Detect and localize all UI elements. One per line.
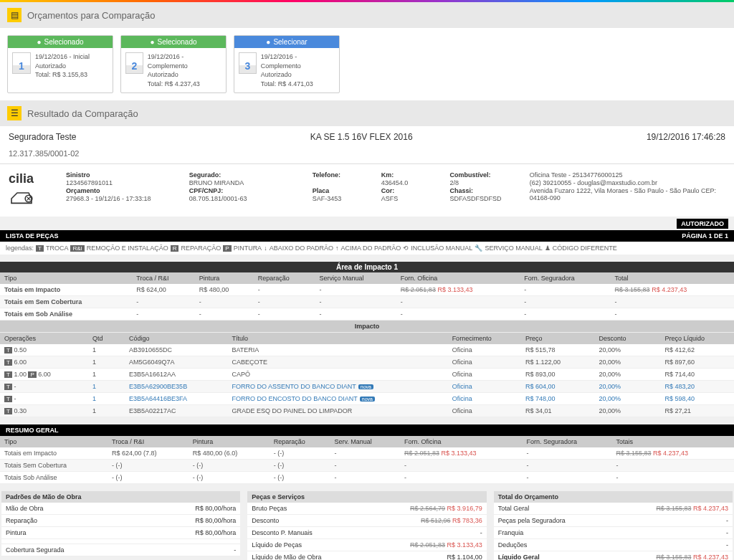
- oficina-name: Oficina Teste - 25134776000125: [530, 171, 725, 179]
- person-icon: ♟: [545, 245, 550, 252]
- box-row: ReparaçãoR$ 80,00/hora: [1, 515, 240, 527]
- telefone-label: Telefone:: [313, 171, 367, 179]
- segurado-label: Segurado:: [189, 171, 298, 179]
- document-icon: ▤: [7, 8, 22, 22]
- box-pecas-servicos: Peças e Serviços Bruto PeçasR$ 2.564,79 …: [247, 491, 486, 560]
- status-badge: AUTORIZADO: [677, 219, 728, 229]
- resumo-row: Totais em ImpactoR$ 624,00 (7.8)R$ 480,0…: [0, 447, 734, 460]
- box-row: [1, 539, 240, 544]
- budget-card[interactable]: ● Selecionado 2 19/12/2016 - Complemento…: [120, 35, 227, 93]
- cpf-label: CPF/CNPJ:: [189, 187, 298, 194]
- box-row: Cobertura Segurada-: [1, 544, 240, 556]
- lista-pecas-bar: LISTA DE PEÇAS PÁGINA 1 DE 1: [0, 230, 734, 242]
- budget-cards: ● Selecionado 1 19/12/2016 - InicialAuto…: [0, 28, 734, 100]
- box-row: Total GeralR$ 3.155,83 R$ 4.237,43: [494, 503, 733, 515]
- resumo-table: TipoTroca / R&IPinturaReparaçãoServ. Man…: [0, 436, 734, 484]
- detail-row: T 0.301E3B5A02217AC GRADE ESQ DO PAINEL …: [0, 405, 734, 417]
- detail-row: T -1E3B5A62900BE35B FORRO DO ASSENTO DO …: [0, 381, 734, 393]
- combustivel-label: Combustível:: [450, 171, 515, 179]
- detail-row: T 0.501AB3910655DC BATERIAOficina R$ 515…: [0, 344, 734, 356]
- doc-number: 12.317.385/0001-02: [0, 148, 734, 164]
- cpf-value: 08.705.181/0001-63: [189, 195, 298, 202]
- arrow-down-icon: ↓: [264, 245, 267, 252]
- km-label: Km:: [381, 171, 436, 179]
- box-row: Líquido GeralR$ 3.155,83 R$ 4.237,43: [494, 551, 733, 560]
- seguradora-name: Seguradora Teste: [9, 132, 77, 142]
- legend-ri-icon: R&I: [70, 245, 84, 252]
- legend-p-icon: P: [223, 245, 231, 252]
- box-row: Franquia-: [494, 527, 733, 539]
- orcamento-value: 27968.3 - 19/12/16 - 17:33:18: [66, 195, 175, 202]
- placa-label: Placa: [313, 187, 367, 194]
- area-impacto-title: Área de Impacto 1: [0, 262, 734, 272]
- card-number: 2: [125, 52, 143, 74]
- company-row: Seguradora Teste KA SE 1.5 16V FLEX 2016…: [0, 126, 734, 148]
- orcamento-label: Orçamento: [66, 187, 175, 194]
- resumo-row: Totais Sem Cobertura- (-)- (-)- (-)- - -…: [0, 460, 734, 472]
- summary-boxes: Padrões de Mão de Obra Mão de ObraR$ 80,…: [0, 491, 734, 560]
- report-datetime: 19/12/2016 17:46:28: [647, 132, 725, 142]
- detail-row: T -1E3B5A64416BE3FA FORRO DO ENCOSTO DO …: [0, 393, 734, 405]
- legend-row: legendas: TTROCA R&IREMOÇÃO E INSTALAÇÃO…: [0, 242, 734, 255]
- legend-label: legendas:: [6, 245, 34, 252]
- info-grid: cilia Sinistro 1234567891011 Orçamento 2…: [0, 164, 734, 217]
- chassi-value: SDFASDFSDFSD: [450, 195, 515, 202]
- cor-value: ASFS: [381, 195, 436, 202]
- chassi-label: Chassi:: [450, 187, 515, 194]
- box-row: Líquido de Mão de ObraR$ 1.104,00: [247, 551, 486, 560]
- budgets-header: ▤ Orçamentos para Comparação: [0, 2, 734, 28]
- resumo-title: RESUMO GERAL: [0, 424, 734, 436]
- box-row: DescontoR$ 512,96 R$ 783,36: [247, 515, 486, 527]
- wrench-icon: 🔧: [475, 245, 482, 252]
- box-row: Peças pela Seguradora-: [494, 515, 733, 527]
- oficina-endereco: Avenida Fuzaro 1222, Vila Moraes - São P…: [530, 187, 725, 201]
- check-icon: ●: [266, 38, 270, 46]
- cor-label: Cor:: [381, 187, 436, 194]
- page-indicator: PÁGINA 1 DE 1: [682, 232, 728, 239]
- box-row: PinturaR$ 80,00/hora: [1, 527, 240, 539]
- lista-pecas-title: LISTA DE PEÇAS: [6, 232, 59, 239]
- budget-card[interactable]: ● Selecionado 1 19/12/2016 - InicialAuto…: [7, 35, 113, 93]
- budget-card[interactable]: ● Selecionar 3 19/12/2016 - ComplementoA…: [234, 35, 340, 93]
- detail-row: T 1.00 P 6.001E3B5A16612AA CAPÔOficina R…: [0, 369, 734, 381]
- placa-value: SAF-3453: [313, 195, 367, 202]
- detail-row: T 6.001AM5G6049Q7A CABEÇOTEOficina R$ 1.…: [0, 356, 734, 369]
- refresh-icon: ⟲: [403, 245, 409, 252]
- sliders-icon: ☰: [7, 106, 22, 120]
- result-title: Resultado da Comparação: [27, 108, 138, 119]
- legend-r-icon: R: [171, 245, 179, 252]
- legend-t-icon: T: [36, 245, 44, 252]
- cilia-logo: cilia: [9, 171, 52, 209]
- impacto-subtitle: Impacto: [0, 321, 734, 333]
- km-value: 436454.0: [381, 179, 436, 186]
- card-number: 1: [12, 52, 31, 74]
- arrow-up-icon: ↑: [335, 245, 339, 252]
- segurado-value: BRUNO MIRANDA: [189, 179, 298, 186]
- box-row: Bruto PeçasR$ 2.564,79 R$ 3.916,79: [247, 503, 486, 515]
- oficina-contato: (62) 39210055 - douglas@maxstudio.com.br: [530, 179, 725, 186]
- sinistro-value: 1234567891011: [66, 179, 175, 186]
- box-row: Desconto P. Manuais-: [247, 527, 486, 539]
- box-mao-obra: Padrões de Mão de Obra Mão de ObraR$ 80,…: [1, 491, 240, 560]
- detail-table: Impacto OperaçõesQtdCódigoTítuloFornecim…: [0, 321, 734, 417]
- budgets-title: Orçamentos para Comparação: [27, 10, 155, 21]
- box-total-orcamento: Total do Orçamento Total GeralR$ 3.155,8…: [494, 491, 733, 560]
- check-icon: ●: [37, 38, 41, 46]
- area-row: Totais em Sem Cobertura---- - - -: [0, 296, 734, 308]
- result-header: ☰ Resultado da Comparação: [0, 100, 734, 126]
- box-row: Deduções-: [494, 539, 733, 551]
- box-row: Mão de ObraR$ 80,00/hora: [1, 503, 240, 515]
- combustivel-value: 2/8: [450, 179, 515, 186]
- box-row: Líquido de PeçasR$ 2.051,83 R$ 3.133,43: [247, 539, 486, 551]
- resumo-row: Totais Sob Análise- (-)- (-)- (-)- - - -: [0, 472, 734, 484]
- card-number: 3: [239, 52, 257, 74]
- check-icon: ●: [150, 38, 154, 46]
- area-impacto-table: TipoTroca / R&IPinturaReparaçãoServiço M…: [0, 272, 734, 321]
- sinistro-label: Sinistro: [66, 171, 175, 179]
- area-row: Totais em Sob Análise---- - - -: [0, 308, 734, 321]
- area-row: Totais em ImpactoR$ 624,00R$ 480,00-- R$…: [0, 284, 734, 296]
- vehicle-model: KA SE 1.5 16V FLEX 2016: [310, 132, 413, 142]
